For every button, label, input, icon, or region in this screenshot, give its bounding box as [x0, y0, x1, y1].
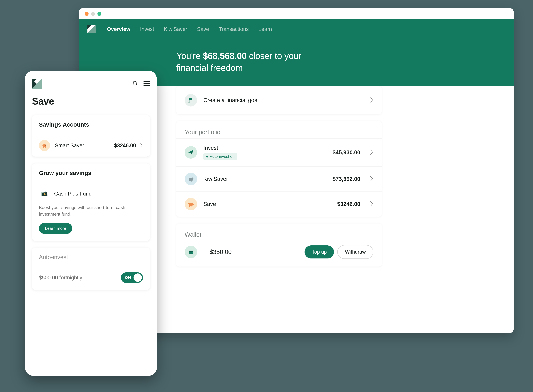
savings-accounts-card: Savings Accounts Smart Saver $3246.00: [32, 115, 150, 157]
svg-point-4: [188, 102, 190, 103]
fund-name: Cash Plus Fund: [54, 191, 92, 197]
auto-invest-badge: Auto-invest on: [203, 153, 237, 160]
savings-row-smart-saver[interactable]: Smart Saver $3246.00: [32, 134, 150, 157]
nav-save[interactable]: Save: [197, 26, 209, 32]
top-nav: Overview Invest KiwiSaver Save Transacti…: [87, 25, 505, 33]
portfolio-row-invest[interactable]: Invest Auto-invest on $45,930.00: [176, 138, 382, 166]
row-label: Smart Saver: [55, 143, 114, 149]
mobile-app-window: Save Savings Accounts Smart Saver $3246.…: [25, 71, 157, 376]
page-title: Save: [32, 96, 150, 107]
notification-bell-icon[interactable]: [132, 80, 138, 87]
row-amount: $73,392.00: [333, 176, 360, 182]
cash-fund-icon: [39, 188, 50, 199]
chevron-right-icon: [370, 149, 373, 155]
svg-rect-12: [191, 206, 192, 207]
create-goal-card[interactable]: Create a financial goal: [176, 86, 382, 114]
auto-invest-header: Auto-invest: [32, 248, 150, 267]
learn-more-button[interactable]: Learn more: [39, 223, 72, 234]
grow-savings-card: Grow your savings Cash Plus Fund Boost y…: [32, 163, 150, 241]
status-dot-icon: [206, 156, 208, 158]
toggle-thumb: [133, 273, 142, 282]
paper-plane-icon: [185, 146, 197, 159]
nav-invest[interactable]: Invest: [140, 26, 154, 32]
fund-description: Boost your savings with our short-term c…: [39, 204, 143, 217]
chevron-right-icon: [370, 176, 373, 182]
svg-point-6: [191, 177, 193, 180]
chevron-right-icon: [370, 201, 373, 207]
row-label: KiwiSaver: [203, 176, 333, 182]
nav-kiwisaver[interactable]: KiwiSaver: [164, 26, 187, 32]
traffic-light-minimize[interactable]: [91, 12, 95, 16]
savings-header: Savings Accounts: [32, 115, 150, 134]
toggle-label: ON: [125, 275, 131, 280]
svg-point-9: [189, 203, 193, 206]
mobile-header: [32, 79, 150, 89]
wallet-amount: $350.00: [209, 248, 305, 255]
flag-icon: [185, 94, 197, 107]
brand-logo[interactable]: [32, 79, 42, 89]
badge-text: Auto-invest on: [210, 154, 235, 159]
hero-amount: $68,568.00: [203, 51, 247, 61]
row-label: Invest: [203, 145, 333, 151]
portfolio-title: Your portfolio: [176, 121, 382, 138]
traffic-light-maximize[interactable]: [97, 12, 101, 16]
hero-prefix: You're: [176, 51, 203, 61]
auto-invest-card: Auto-invest $500.00 fortnightly ON: [32, 248, 150, 290]
chevron-right-icon: [140, 143, 143, 148]
svg-rect-15: [192, 252, 193, 253]
auto-invest-schedule: $500.00 fortnightly: [39, 275, 82, 281]
withdraw-button[interactable]: Withdraw: [337, 245, 373, 259]
portfolio-card: Your portfolio Invest Auto-invest on $45…: [176, 121, 382, 217]
row-amount: $45,930.00: [333, 149, 360, 156]
nav-overview[interactable]: Overview: [107, 26, 130, 32]
nav-transactions[interactable]: Transactions: [219, 26, 249, 32]
topup-button[interactable]: Top up: [305, 245, 334, 258]
row-label: Save: [203, 201, 337, 207]
goal-label: Create a financial goal: [203, 97, 259, 103]
nav-items: Overview Invest KiwiSaver Save Transacti…: [107, 26, 272, 32]
portfolio-row-kiwisaver[interactable]: KiwiSaver $73,392.00: [176, 166, 382, 191]
svg-point-10: [192, 204, 192, 204]
row-amount: $3246.00: [114, 143, 136, 149]
chevron-right-icon: [370, 97, 373, 103]
window-chrome: [79, 8, 514, 19]
auto-invest-toggle[interactable]: ON: [121, 272, 143, 283]
traffic-light-close[interactable]: [85, 12, 89, 16]
svg-rect-26: [45, 147, 46, 148]
svg-rect-3: [189, 98, 190, 103]
brand-logo[interactable]: [87, 25, 96, 33]
wallet-title: Wallet: [176, 224, 382, 241]
piggy-bank-icon: [185, 198, 197, 210]
svg-point-29: [43, 193, 46, 195]
svg-point-23: [43, 144, 46, 147]
portfolio-row-save[interactable]: Save $3246.00: [176, 191, 382, 217]
wallet-icon: [185, 246, 197, 258]
svg-rect-11: [189, 206, 190, 207]
grow-header: Grow your savings: [32, 163, 150, 183]
row-amount: $3246.00: [337, 201, 360, 207]
piggy-bank-icon: [39, 140, 50, 151]
svg-point-24: [45, 145, 46, 146]
wallet-card: Wallet $350.00 Top up Withdraw: [176, 224, 382, 266]
hero-headline: You're $68,568.00 closer to your financi…: [87, 50, 324, 74]
nav-learn[interactable]: Learn: [258, 26, 272, 32]
svg-rect-25: [43, 147, 43, 148]
hamburger-menu-icon[interactable]: [143, 81, 150, 87]
kiwi-bird-icon: [185, 173, 197, 185]
